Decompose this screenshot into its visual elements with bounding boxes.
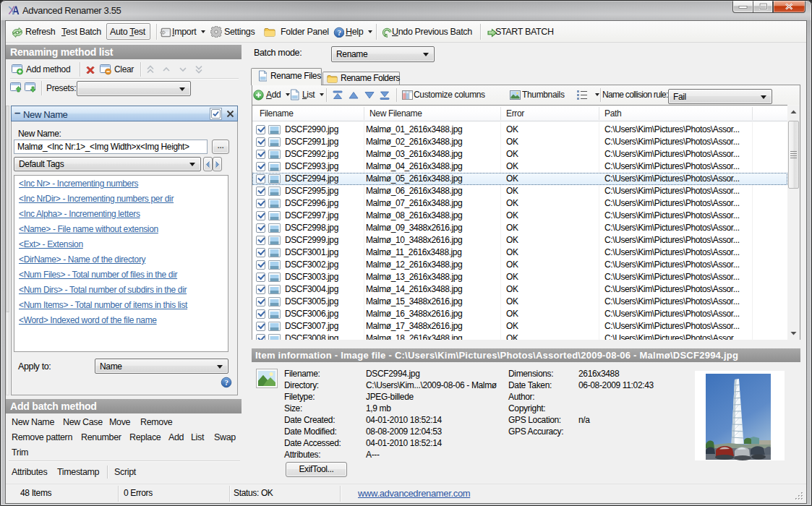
svg-text:?: ?	[224, 378, 228, 387]
svg-text:?: ?	[337, 28, 341, 37]
